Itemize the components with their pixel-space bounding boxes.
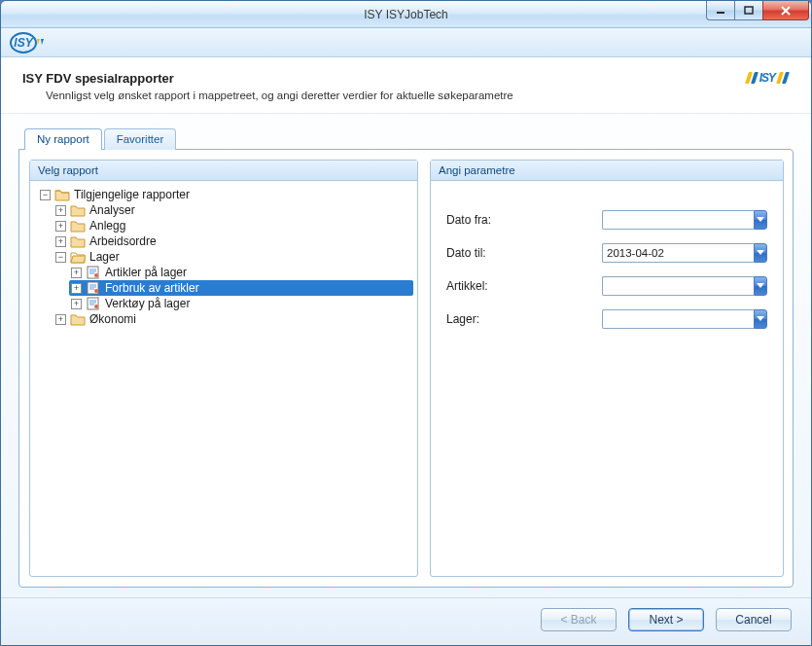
cancel-button[interactable]: Cancel (716, 608, 792, 631)
folder-icon (54, 188, 70, 201)
tree-label: Anlegg (89, 219, 125, 233)
isy-logo-large-icon: ISY (747, 71, 790, 85)
back-button[interactable]: < Back (541, 608, 617, 631)
expand-icon[interactable]: + (71, 268, 82, 278)
tree-panel: Velg rapport − Tilgjengelige rapporter (29, 160, 418, 577)
window-controls (707, 1, 809, 20)
expand-icon[interactable]: + (55, 236, 66, 247)
folder-icon (70, 203, 86, 217)
chevron-down-icon (757, 217, 764, 223)
tree-folder-arbeidsordre[interactable]: + Arbeidsordre (53, 233, 413, 249)
collapse-icon[interactable]: − (55, 252, 66, 263)
param-lager: Lager: (446, 309, 767, 329)
tab-body: Velg rapport − Tilgjengelige rapporter (18, 149, 794, 588)
dropdown-button[interactable] (754, 210, 767, 230)
tree-folder-analyser[interactable]: + Analyser (53, 202, 413, 218)
svg-point-11 (94, 305, 98, 308)
report-tree[interactable]: − Tilgjengelige rapporter + Analyser (30, 181, 417, 576)
expand-icon[interactable]: + (71, 299, 82, 309)
close-icon (780, 6, 792, 16)
tree-label: Tilgjengelige rapporter (74, 188, 190, 201)
folder-icon (70, 234, 86, 248)
tree-label: Økonomi (89, 312, 136, 326)
lager-input[interactable] (602, 309, 754, 329)
params-form: Dato fra: Dato til: (431, 181, 783, 576)
expand-icon[interactable]: + (55, 221, 66, 232)
window-title: ISY ISYJobTech (1, 8, 811, 21)
intro-text: ISY FDV spesialrapporter Vennligst velg … (22, 71, 513, 101)
param-label: Artikkel: (446, 279, 602, 293)
expand-icon[interactable]: + (71, 283, 82, 294)
wizard-footer: < Back Next > Cancel (1, 597, 811, 645)
param-dato-fra: Dato fra: (446, 210, 767, 230)
tree-folder-lager[interactable]: − Lager (53, 249, 413, 265)
content-area: ISY FDV spesialrapporter Vennligst velg … (1, 57, 811, 645)
tree-label: Verktøy på lager (105, 297, 190, 310)
intro-section: ISY FDV spesialrapporter Vennligst velg … (1, 57, 811, 114)
tree-label: Arbeidsordre (89, 234, 157, 248)
tree-report-artikler[interactable]: + Artikler på lager (69, 265, 413, 280)
folder-open-icon (70, 250, 86, 264)
dato-fra-input[interactable] (602, 210, 754, 230)
report-icon (86, 281, 101, 295)
dropdown-button[interactable] (754, 276, 767, 296)
dato-til-input[interactable] (602, 243, 754, 263)
param-label: Dato til: (446, 246, 602, 260)
tree-report-forbruk[interactable]: + Forbruk av artikler (69, 280, 413, 296)
app-window: ISY ISYJobTech ISY ISY FDV spesialrappor… (0, 0, 812, 646)
page-title: ISY FDV spesialrapporter (22, 71, 513, 86)
tree-label: Analyser (89, 203, 135, 217)
app-header: ISY (1, 28, 811, 57)
param-label: Dato fra: (446, 213, 602, 227)
param-artikkel: Artikkel: (446, 276, 767, 296)
tree-panel-title: Velg rapport (30, 161, 417, 181)
tree-label: Artikler på lager (105, 266, 187, 279)
isy-logo-small-icon: ISY (9, 31, 44, 54)
expand-icon[interactable]: + (55, 205, 66, 216)
param-dato-til: Dato til: (446, 243, 767, 263)
minimize-icon (716, 6, 725, 16)
close-button[interactable] (762, 1, 809, 20)
svg-point-9 (94, 289, 98, 293)
svg-rect-1 (745, 7, 753, 14)
dropdown-button[interactable] (754, 243, 767, 263)
page-subtitle: Vennligst velg ønsket rapport i mappetre… (22, 90, 513, 101)
tabstrip: Ny rapport Favoritter (24, 127, 794, 149)
params-panel: Angi parametre Dato fra: Dato til: (430, 160, 784, 577)
chevron-down-icon (757, 250, 764, 256)
artikkel-input[interactable] (602, 276, 754, 296)
tree-folder-anlegg[interactable]: + Anlegg (53, 218, 413, 233)
expand-icon[interactable]: + (55, 314, 66, 325)
folder-icon (70, 312, 86, 326)
minimize-button[interactable] (706, 1, 735, 20)
collapse-icon[interactable]: − (40, 190, 51, 200)
dropdown-button[interactable] (754, 309, 767, 329)
tab-ny-rapport[interactable]: Ny rapport (24, 128, 102, 150)
maximize-icon (744, 6, 754, 16)
svg-point-7 (94, 273, 98, 277)
tree-label: Forbruk av artikler (105, 281, 199, 295)
tree-report-verktoy[interactable]: + Verktøy på lager (69, 296, 413, 311)
tree-root[interactable]: − Tilgjengelige rapporter (38, 187, 413, 202)
report-icon (86, 297, 101, 310)
params-panel-title: Angi parametre (431, 161, 783, 181)
param-label: Lager: (446, 312, 602, 326)
next-button[interactable]: Next > (628, 608, 704, 631)
chevron-down-icon (757, 283, 764, 289)
svg-text:ISY: ISY (14, 36, 33, 50)
titlebar: ISY ISYJobTech (1, 1, 811, 28)
report-icon (86, 266, 101, 279)
folder-icon (70, 219, 86, 233)
tab-favoritter[interactable]: Favoritter (104, 128, 177, 150)
chevron-down-icon (757, 316, 764, 322)
tree-label: Lager (89, 250, 120, 264)
maximize-button[interactable] (734, 1, 763, 20)
main-area: Ny rapport Favoritter Velg rapport − (1, 114, 811, 597)
tree-folder-okonomi[interactable]: + Økonomi (53, 311, 413, 327)
